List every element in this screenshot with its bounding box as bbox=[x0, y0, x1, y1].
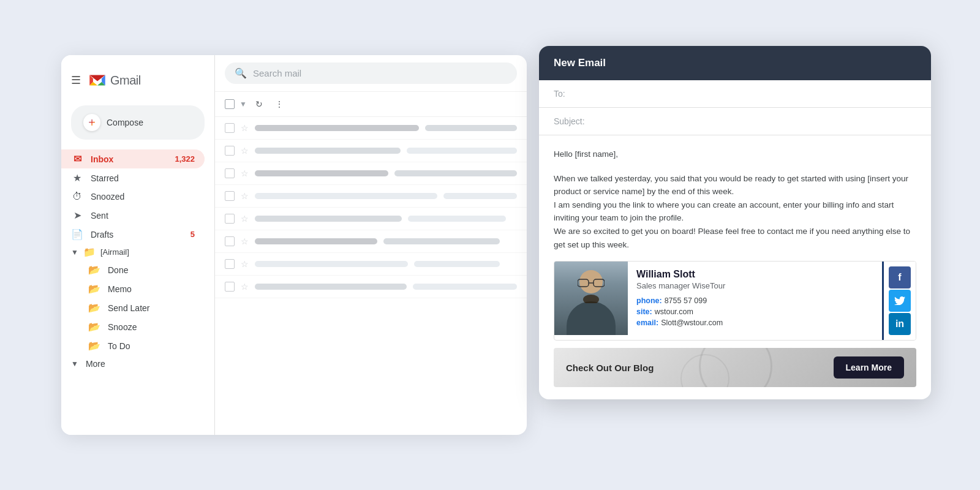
select-all-checkbox[interactable] bbox=[225, 99, 235, 109]
to-input[interactable] bbox=[595, 89, 916, 99]
email-checkbox[interactable] bbox=[225, 168, 235, 178]
email-preview-bar bbox=[255, 216, 402, 222]
email-preview-bar bbox=[255, 125, 419, 131]
email-preview-bar bbox=[255, 193, 437, 199]
cta-learn-more-button[interactable]: Learn More bbox=[834, 356, 904, 379]
email-row[interactable]: ☆ bbox=[215, 185, 527, 208]
sidebar-item-drafts[interactable]: 📄 Drafts 5 bbox=[61, 225, 205, 244]
sidebar-item-snooze[interactable]: 📂 Snooze bbox=[61, 317, 205, 336]
svg-rect-1 bbox=[578, 279, 589, 287]
star-icon: ★ bbox=[71, 172, 83, 184]
email-subject-bar bbox=[443, 193, 517, 199]
email-star-icon[interactable]: ☆ bbox=[241, 282, 249, 292]
email-star-icon[interactable]: ☆ bbox=[241, 146, 249, 156]
body-greeting: Hello [first name], bbox=[554, 148, 916, 161]
subfolder-snooze-icon: 📂 bbox=[88, 321, 100, 333]
email-checkbox[interactable] bbox=[225, 236, 235, 246]
subject-input[interactable] bbox=[595, 116, 916, 126]
email-subject-bar bbox=[414, 261, 500, 267]
search-placeholder-text: Search mail bbox=[253, 68, 301, 78]
folder-icon: 📁 bbox=[83, 246, 96, 258]
phone-label: phone: bbox=[636, 296, 662, 305]
signature-email: email: Slott@wstour.com bbox=[636, 318, 873, 327]
email-star-icon[interactable]: ☆ bbox=[241, 259, 249, 269]
compose-subject-field[interactable]: Subject: bbox=[539, 108, 931, 135]
sidebar-item-send-later[interactable]: 📂 Send Later bbox=[61, 298, 205, 317]
drafts-label: Drafts bbox=[91, 230, 113, 239]
search-input-wrap[interactable]: 🔍 Search mail bbox=[225, 62, 517, 84]
email-checkbox[interactable] bbox=[225, 191, 235, 201]
gmail-sidebar: ☰ Gmail + Compose ✉ Inbox 1,322 bbox=[61, 55, 214, 435]
hamburger-icon[interactable]: ☰ bbox=[71, 74, 81, 87]
email-row[interactable]: ☆ bbox=[215, 253, 527, 276]
email-checkbox[interactable] bbox=[225, 214, 235, 224]
email-star-icon[interactable]: ☆ bbox=[241, 214, 249, 224]
airmail-group-header[interactable]: ▼ 📁 [Airmail] bbox=[61, 244, 205, 260]
email-preview-bar bbox=[255, 148, 401, 154]
compose-label: Compose bbox=[107, 118, 143, 127]
signature-site: site: wstour.com bbox=[636, 307, 873, 316]
signature-photo bbox=[554, 262, 628, 335]
email-star-icon[interactable]: ☆ bbox=[241, 191, 249, 201]
email-preview-bar bbox=[255, 170, 388, 176]
sidebar-item-more[interactable]: ▼ More bbox=[61, 355, 205, 372]
send-later-label: Send Later bbox=[108, 303, 150, 313]
drafts-badge: 5 bbox=[190, 230, 195, 239]
gmail-window: ☰ Gmail + Compose ✉ Inbox 1,322 bbox=[61, 55, 527, 435]
plus-icon: + bbox=[88, 116, 96, 129]
refresh-button[interactable]: ↻ bbox=[252, 97, 266, 111]
dropdown-arrow-icon[interactable]: ▼ bbox=[239, 100, 247, 108]
sidebar-item-snoozed[interactable]: ⏱ Snoozed bbox=[61, 187, 205, 206]
compose-header: New Email bbox=[539, 46, 931, 80]
inbox-badge: 1,322 bbox=[175, 154, 195, 164]
email-preview-bar bbox=[255, 261, 408, 267]
sidebar-item-starred[interactable]: ★ Starred bbox=[61, 168, 205, 187]
email-row[interactable]: ☆ bbox=[215, 162, 527, 185]
email-row[interactable]: ☆ bbox=[215, 117, 527, 140]
email-sig-label: email: bbox=[636, 318, 658, 327]
sidebar-item-memo[interactable]: 📂 Memo bbox=[61, 279, 205, 298]
email-row[interactable]: ☆ bbox=[215, 230, 527, 253]
sidebar-item-todo[interactable]: 📂 To Do bbox=[61, 336, 205, 355]
compose-button[interactable]: + Compose bbox=[71, 105, 205, 140]
inbox-label: Inbox bbox=[91, 154, 113, 164]
email-preview-bar bbox=[255, 238, 377, 244]
gmail-logo-svg bbox=[87, 70, 108, 91]
gmail-header: ☰ Gmail bbox=[61, 65, 214, 100]
email-star-icon[interactable]: ☆ bbox=[241, 123, 249, 133]
sidebar-item-done[interactable]: 📂 Done bbox=[61, 260, 205, 279]
sidebar-item-sent[interactable]: ➤ Sent bbox=[61, 206, 205, 225]
email-subject-bar bbox=[407, 148, 517, 154]
email-star-icon[interactable]: ☆ bbox=[241, 168, 249, 178]
inbox-icon: ✉ bbox=[71, 153, 83, 165]
email-checkbox[interactable] bbox=[225, 146, 235, 156]
done-label: Done bbox=[108, 265, 128, 275]
gmail-brand-text: Gmail bbox=[110, 74, 141, 88]
signature-title: Sales manager WiseTour bbox=[636, 281, 873, 290]
email-subject-bar bbox=[383, 238, 500, 244]
email-row[interactable]: ☆ bbox=[215, 276, 527, 298]
cta-blog-text: Check Out Our Blog bbox=[566, 363, 654, 373]
compose-body[interactable]: Hello [first name], When we talked yeste… bbox=[539, 135, 931, 399]
sidebar-item-inbox[interactable]: ✉ Inbox 1,322 bbox=[61, 149, 205, 168]
facebook-button[interactable]: f bbox=[889, 266, 911, 288]
email-star-icon[interactable]: ☆ bbox=[241, 236, 249, 246]
airmail-label: [Airmail] bbox=[100, 247, 129, 257]
email-checkbox[interactable] bbox=[225, 123, 235, 133]
starred-label: Starred bbox=[91, 173, 119, 183]
linkedin-button[interactable]: in bbox=[889, 313, 911, 335]
email-sig-value: Slott@wstour.com bbox=[661, 318, 723, 327]
more-options-button[interactable]: ⋮ bbox=[271, 97, 287, 111]
email-subject-bar bbox=[425, 125, 517, 131]
email-checkbox[interactable] bbox=[225, 259, 235, 269]
body-paragraph3: We are so excited to get you on board! P… bbox=[554, 225, 916, 251]
signature-social: f in bbox=[884, 262, 916, 340]
email-row[interactable]: ☆ bbox=[215, 208, 527, 230]
compose-to-field[interactable]: To: bbox=[539, 80, 931, 108]
todo-label: To Do bbox=[108, 341, 130, 351]
sent-label: Sent bbox=[91, 211, 108, 221]
body-paragraph1: When we talked yesterday, you said that … bbox=[554, 172, 916, 198]
email-checkbox[interactable] bbox=[225, 282, 235, 292]
twitter-button[interactable] bbox=[889, 290, 911, 312]
email-row[interactable]: ☆ bbox=[215, 140, 527, 162]
